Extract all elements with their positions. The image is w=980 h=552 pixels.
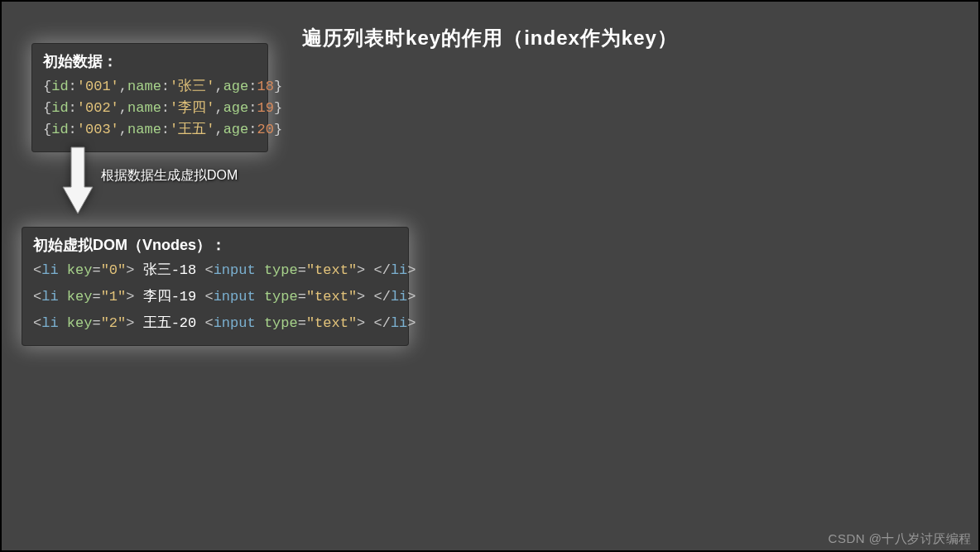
initial-row: {id:'002',name:'李四',age:19} (43, 98, 257, 119)
vnodes-box: 初始虚拟DOM（Vnodes）： <li key="0"> 张三-18 <inp… (22, 227, 409, 346)
arrow-label: 根据数据生成虚拟DOM (101, 167, 238, 185)
initial-row: {id:'003',name:'王五',age:20} (43, 119, 257, 141)
down-arrow-icon (61, 146, 94, 215)
vnode-row: <li key="2"> 王五-20 <input type="text"> <… (33, 313, 397, 334)
initial-row: {id:'001',name:'张三',age:18} (43, 76, 257, 98)
vnode-row: <li key="0"> 张三-18 <input type="text"> <… (33, 260, 397, 281)
watermark: CSDN @十八岁讨厌编程 (829, 531, 972, 547)
initial-data-box: 初始数据： {id:'001',name:'张三',age:18} {id:'0… (31, 43, 268, 152)
vnode-row: <li key="1"> 李四-19 <input type="text"> <… (33, 286, 397, 308)
initial-data-title: 初始数据： (43, 51, 257, 71)
vnodes-title: 初始虚拟DOM（Vnodes）： (33, 235, 397, 255)
